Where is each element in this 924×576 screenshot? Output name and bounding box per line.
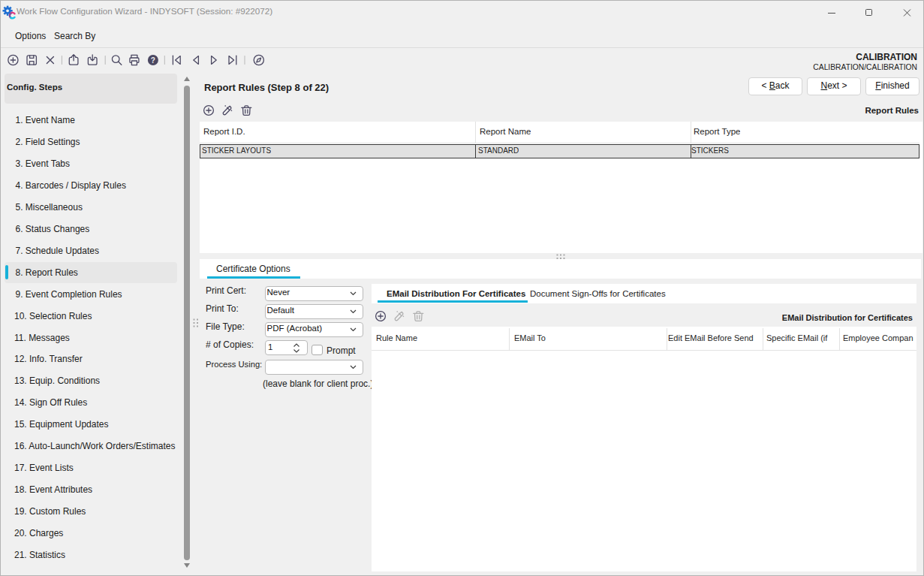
- svg-text:?: ?: [151, 56, 155, 65]
